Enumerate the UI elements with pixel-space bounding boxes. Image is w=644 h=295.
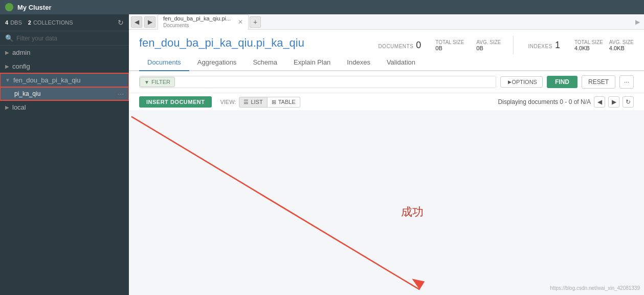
- right-panel: ◀ ▶ fen_dou_ba_pi_ka_qiu.pi... Documents…: [129, 14, 644, 295]
- refresh-documents-button[interactable]: ↻: [623, 96, 634, 108]
- sidebar-item-label: admin: [12, 49, 124, 56]
- arrow-overlay: [129, 111, 644, 295]
- sidebar-refresh-icon[interactable]: ↻: [118, 18, 124, 27]
- indexes-avg-size-value: 4.0KB: [609, 45, 625, 51]
- indexes-size-stats: TOTAL SIZE 4.0KB: [574, 39, 603, 51]
- watermark: https://blog.csdn.net/wai_xin_42081339: [550, 285, 640, 291]
- top-bar: My Cluster: [0, 0, 644, 14]
- indexes-avg-stats: AVG. SIZE 4.0KB: [609, 39, 634, 51]
- tab-bar: ◀ ▶ fen_dou_ba_pi_ka_qiu.pi... Documents…: [129, 14, 644, 30]
- filter-badge[interactable]: ▼ FILTER: [140, 77, 175, 87]
- main-layout: 4 DBS 2 COLLECTIONS ↻ 🔍 ▶ admin ▶ config…: [0, 14, 644, 295]
- avg-size-stats: AVG. SIZE 0B: [476, 39, 501, 51]
- tab-indexes[interactable]: Indexes: [339, 54, 379, 71]
- tab-documents[interactable]: fen_dou_ba_pi_ka_qiu.pi... Documents ✕: [158, 14, 249, 30]
- chevron-right-icon: ▶: [5, 50, 9, 55]
- table-icon: ⊞: [272, 99, 276, 106]
- indexes-total-size-value: 4.0KB: [574, 45, 590, 51]
- filter-icon: ▼: [144, 79, 149, 85]
- more-button[interactable]: ···: [619, 75, 634, 89]
- toolbar: ▼ FILTER ▶ OPTIONS FIND RESET ···: [129, 71, 644, 93]
- search-icon: 🔍: [5, 34, 13, 42]
- svg-line-0: [131, 117, 419, 290]
- display-info: Displaying documents 0 - 0 of N/A ◀ ▶ ↻: [498, 96, 634, 108]
- sidebar-item-label: local: [12, 103, 124, 111]
- sidebar-item-admin[interactable]: ▶ admin: [0, 46, 129, 59]
- collection-name: pi_ka_qiu: [14, 90, 40, 97]
- tab-nav-forward[interactable]: ▶: [144, 16, 156, 28]
- page-next-button[interactable]: ▶: [608, 96, 619, 108]
- page-prev-button[interactable]: ◀: [594, 96, 605, 108]
- indexes-avg-size-label: AVG. SIZE: [609, 39, 634, 45]
- success-text: 成功: [401, 204, 424, 220]
- indexes-total-size-label: TOTAL SIZE: [574, 39, 603, 45]
- total-size-label: TOTAL SIZE: [435, 39, 464, 45]
- svg-marker-1: [412, 279, 425, 289]
- sidebar: 4 DBS 2 COLLECTIONS ↻ 🔍 ▶ admin ▶ config…: [0, 14, 129, 295]
- cluster-icon: [5, 3, 13, 11]
- view-buttons: ☰ LIST ⊞ TABLE: [239, 97, 300, 108]
- tab-validation[interactable]: Validation: [379, 54, 424, 71]
- filter-label: FILTER: [151, 79, 170, 85]
- tab-subtitle: Documents: [163, 23, 234, 29]
- tab-add-button[interactable]: +: [250, 16, 261, 28]
- avg-size-value: 0B: [476, 45, 483, 51]
- list-label: LIST: [251, 99, 262, 105]
- ellipsis-icon[interactable]: ···: [118, 90, 124, 98]
- sidebar-group-fen: ▼ fen_dou_ba_pi_ka_qiu pi_ka_qiu ···: [0, 73, 129, 100]
- tab-documents[interactable]: Documents: [139, 54, 189, 71]
- close-icon[interactable]: ✕: [238, 18, 243, 26]
- documents-count: 0: [416, 40, 421, 51]
- options-button[interactable]: ▶ OPTIONS: [500, 76, 543, 88]
- search-input[interactable]: [16, 35, 124, 42]
- db-name: fen_dou_ba_pi_ka_qiu: [139, 36, 253, 49]
- app-title: My Cluster: [17, 4, 51, 11]
- sub-nav: Documents Aggregations Schema Explain Pl…: [129, 54, 644, 71]
- chevron-down-icon: ▼: [5, 77, 10, 83]
- size-stats: TOTAL SIZE 0B: [435, 39, 464, 51]
- sidebar-search: 🔍: [0, 31, 129, 46]
- table-view-button[interactable]: ⊞ TABLE: [268, 97, 300, 108]
- list-icon: ☰: [243, 99, 249, 106]
- filter-input[interactable]: [175, 76, 496, 88]
- table-label: TABLE: [278, 99, 296, 105]
- sidebar-item-config[interactable]: ▶ config: [0, 59, 129, 73]
- collections-label: COLLECTIONS: [33, 19, 73, 26]
- content-area: 成功 https://blog.csdn.net/wai_xin_4208133…: [129, 111, 644, 295]
- reset-button[interactable]: RESET: [582, 75, 615, 89]
- collections-count: 2: [28, 19, 31, 26]
- indexes-count: 1: [555, 40, 560, 51]
- action-bar: INSERT DOCUMENT VIEW: ☰ LIST ⊞ TABLE Dis…: [129, 93, 644, 111]
- tab-nav-back[interactable]: ◀: [131, 16, 142, 28]
- dbs-count: 4: [5, 19, 8, 26]
- sidebar-child-pi-ka-qiu[interactable]: pi_ka_qiu ···: [0, 87, 129, 100]
- collection-title: fen_dou_ba_pi_ka_qiu.pi_ka_qiu: [139, 36, 304, 50]
- tab-aggregations[interactable]: Aggregations: [189, 54, 245, 71]
- arrow-icon: ▶: [508, 79, 512, 85]
- find-button[interactable]: FIND: [547, 76, 578, 88]
- options-label: OPTIONS: [512, 79, 537, 85]
- total-size-value: 0B: [435, 45, 442, 51]
- coll-name: pi_ka_qiu: [256, 36, 304, 49]
- sidebar-item-fen[interactable]: ▼ fen_dou_ba_pi_ka_qiu: [0, 73, 129, 87]
- tab-scroll-right[interactable]: ▶: [631, 18, 644, 26]
- chevron-right-icon: ▶: [5, 104, 9, 110]
- tab-schema[interactable]: Schema: [245, 54, 285, 71]
- view-label: VIEW:: [220, 99, 236, 105]
- indexes-stat: INDEXES 1: [528, 40, 560, 51]
- list-view-button[interactable]: ☰ LIST: [239, 97, 267, 108]
- tab-title: fen_dou_ba_pi_ka_qiu.pi...: [163, 15, 231, 22]
- insert-document-button[interactable]: INSERT DOCUMENT: [139, 96, 212, 108]
- chevron-right-icon: ▶: [5, 64, 9, 69]
- filter-row: ▼ FILTER: [139, 76, 496, 88]
- sidebar-item-local[interactable]: ▶ local: [0, 100, 129, 114]
- documents-label: DOCUMENTS: [378, 44, 413, 49]
- content-header: fen_dou_ba_pi_ka_qiu.pi_ka_qiu DOCUMENTS…: [129, 30, 644, 54]
- dbs-label: DBS: [10, 19, 22, 26]
- avg-size-label: AVG. SIZE: [476, 39, 501, 45]
- documents-stat: DOCUMENTS 0: [378, 40, 421, 51]
- display-text: Displaying documents 0 - 0 of N/A: [498, 98, 591, 106]
- tab-explain-plan[interactable]: Explain Plan: [285, 54, 339, 71]
- sidebar-item-label: config: [12, 62, 124, 70]
- indexes-label: INDEXES: [528, 44, 552, 49]
